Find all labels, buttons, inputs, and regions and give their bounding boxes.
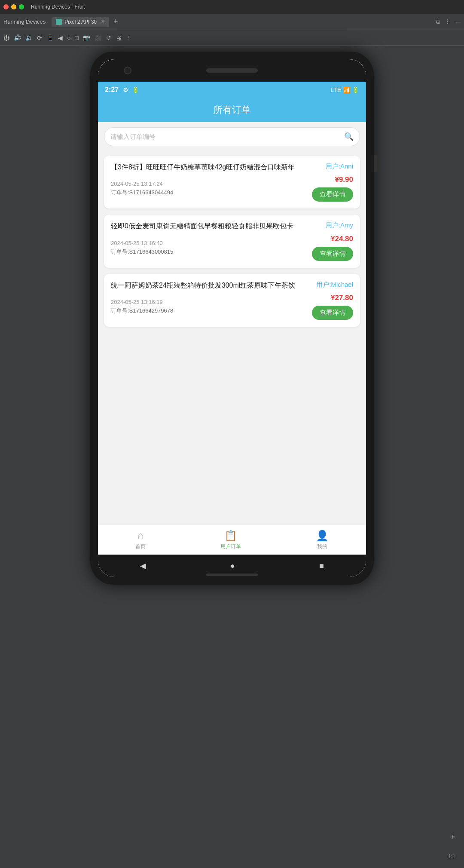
order-2-number: 订单号:S1716643000815 <box>111 248 173 256</box>
minimize-icon[interactable]: — <box>455 18 461 25</box>
order-1-bottom-row: 2024-05-25 13:17:24 订单号:S1716643044494 ¥… <box>111 175 353 202</box>
bottom-nav: ⌂ 首页 📋 用户订单 👤 我的 <box>98 524 366 555</box>
os-recent-button[interactable]: ■ <box>319 561 324 570</box>
order-3-top-row: 统一阿萨姆奶茶24瓶装整箱特价批发300ml红茶原味下午茶饮 用户:Michae… <box>111 281 353 290</box>
phone-screen: 2:27 ⚙ 🔋 LTE 📶 🔋 所有订单 请输入订单编号 <box>98 59 366 577</box>
order-1-title: 【3件8折】旺旺旺仔牛奶糖草莓味42g旺仔奶糖混合口味新年 <box>111 163 321 172</box>
tab-device-icon <box>56 19 62 25</box>
app-header-title: 所有订单 <box>213 104 251 117</box>
speaker <box>206 68 258 73</box>
title-bar: Running Devices - Fruit <box>0 0 464 14</box>
toolbar: ⏻ 🔊 🔉 ⟳ 📱 ◀ ○ □ 📷 🎥 ↺ 🖨 ⋮ <box>0 30 464 46</box>
more-icon[interactable]: ⋮ <box>126 34 132 41</box>
order-2-date: 2024-05-25 13:16:40 <box>111 240 173 246</box>
order-3-user: 用户:Michael <box>316 281 353 289</box>
lte-label: LTE <box>330 86 341 93</box>
home-nav-label: 首页 <box>135 543 146 550</box>
order-1-detail-button[interactable]: 查看详情 <box>312 187 353 202</box>
order-3-title: 统一阿萨姆奶茶24瓶装整箱特价批发300ml红茶原味下午茶饮 <box>111 281 312 290</box>
power-icon[interactable]: ⏻ <box>3 34 9 41</box>
tab-add-button[interactable]: + <box>113 17 118 26</box>
search-bar-container: 请输入订单编号 🔍 <box>98 122 366 151</box>
order-2-meta: 2024-05-25 13:16:40 订单号:S1716643000815 <box>111 240 173 256</box>
back-icon[interactable]: ◀ <box>58 34 63 41</box>
screen-icon[interactable]: 📱 <box>46 34 54 41</box>
window-controls[interactable] <box>3 4 24 9</box>
camera-icon[interactable]: 📷 <box>83 34 90 41</box>
order-3-price: ¥27.80 <box>331 294 353 302</box>
order-2-right: ¥24.80 查看详情 <box>312 235 353 261</box>
tab-pixel2[interactable]: Pixel 2 API 30 ✕ <box>52 17 109 27</box>
overview-icon[interactable]: □ <box>75 34 78 41</box>
video-icon[interactable]: 🎥 <box>95 34 102 41</box>
order-2-bottom-row: 2024-05-25 13:16:40 订单号:S1716643000815 ¥… <box>111 235 353 261</box>
search-icon[interactable]: 🔍 <box>344 132 354 141</box>
os-back-button[interactable]: ◀ <box>140 561 146 570</box>
order-1-top-row: 【3件8折】旺旺旺仔牛奶糖草莓味42g旺仔奶糖混合口味新年 用户:Anni <box>111 163 353 172</box>
orders-nav-icon: 📋 <box>224 530 237 542</box>
orders-nav-label: 用户订单 <box>220 543 241 550</box>
tab-close-icon[interactable]: ✕ <box>101 19 105 25</box>
app-header: 所有订单 <box>98 98 366 122</box>
order-3-detail-button[interactable]: 查看详情 <box>312 306 353 320</box>
home-nav-icon: ⌂ <box>137 530 144 542</box>
running-devices-label: Running Devices <box>3 18 46 25</box>
order-3-number: 订单号:S1716642979678 <box>111 307 173 315</box>
order-1-number: 订单号:S1716643044494 <box>111 189 173 196</box>
phone-bottom-indicator <box>206 574 258 576</box>
order-1-date: 2024-05-25 13:17:24 <box>111 181 173 187</box>
status-icons: ⚙ 🔋 <box>123 86 139 93</box>
volume-down-icon[interactable]: 🔉 <box>25 34 33 41</box>
window-title: Running Devices - Fruit <box>31 4 85 10</box>
order-card-3: 统一阿萨姆奶茶24瓶装整箱特价批发300ml红茶原味下午茶饮 用户:Michae… <box>104 274 360 327</box>
add-device-button[interactable]: + <box>450 832 455 842</box>
refresh-icon[interactable]: ↺ <box>106 34 111 41</box>
order-1-price: ¥9.90 <box>335 175 353 184</box>
order-1-user: 用户:Anni <box>326 163 353 171</box>
zoom-level: 1:1 <box>448 853 455 859</box>
order-card-1: 【3件8折】旺旺旺仔牛奶糖草莓味42g旺仔奶糖混合口味新年 用户:Anni 20… <box>104 156 360 209</box>
home-icon[interactable]: ○ <box>67 34 70 41</box>
settings-status-icon: ⚙ <box>123 86 128 93</box>
order-2-detail-button[interactable]: 查看详情 <box>312 247 353 261</box>
os-home-button[interactable]: ● <box>230 561 235 570</box>
order-3-meta: 2024-05-25 13:16:19 订单号:S1716642979678 <box>111 299 173 315</box>
status-time: 2:27 <box>105 86 119 94</box>
print-icon[interactable]: 🖨 <box>116 34 122 41</box>
status-bar: 2:27 ⚙ 🔋 LTE 📶 🔋 <box>98 82 366 98</box>
order-2-user: 用户:Amy <box>326 221 353 230</box>
order-3-right: ¥27.80 查看详情 <box>312 294 353 320</box>
volume-up-icon[interactable]: 🔊 <box>14 34 21 41</box>
phone-top-bar <box>98 59 366 82</box>
tab-label: Pixel 2 API 30 <box>64 19 97 25</box>
order-1-meta: 2024-05-25 13:17:24 订单号:S1716643044494 <box>111 181 173 196</box>
nav-item-home[interactable]: ⌂ 首页 <box>135 530 146 550</box>
order-3-bottom-row: 2024-05-25 13:16:19 订单号:S1716642979678 ¥… <box>111 294 353 320</box>
front-camera <box>124 67 131 74</box>
order-2-price: ¥24.80 <box>331 235 353 243</box>
orders-list: 【3件8折】旺旺旺仔牛奶糖草莓味42g旺仔奶糖混合口味新年 用户:Anni 20… <box>98 151 366 524</box>
status-right: LTE 📶 🔋 <box>330 86 359 93</box>
phone-wrapper: 2:27 ⚙ 🔋 LTE 📶 🔋 所有订单 请输入订单编号 <box>90 52 374 585</box>
phone-outer: 2:27 ⚙ 🔋 LTE 📶 🔋 所有订单 请输入订单编号 <box>90 52 374 585</box>
restore-icon[interactable]: ⧉ <box>436 18 440 25</box>
signal-bars-icon: 📶 <box>343 86 350 93</box>
order-2-title: 轻即0低全麦司康饼无糖精面包早餐粗粮轻食脂非贝果欧包卡 <box>111 221 321 231</box>
tab-bar-right-controls[interactable]: ⧉ ⋮ — <box>436 18 461 25</box>
order-card-2: 轻即0低全麦司康饼无糖精面包早餐粗粮轻食脂非贝果欧包卡 用户:Amy 2024-… <box>104 215 360 267</box>
nav-item-mine[interactable]: 👤 我的 <box>316 530 329 550</box>
nav-item-orders[interactable]: 📋 用户订单 <box>220 530 241 550</box>
close-button[interactable] <box>3 4 9 9</box>
mine-nav-label: 我的 <box>317 543 327 550</box>
maximize-button[interactable] <box>19 4 24 9</box>
order-2-top-row: 轻即0低全麦司康饼无糖精面包早餐粗粮轻食脂非贝果欧包卡 用户:Amy <box>111 221 353 231</box>
menu-icon[interactable]: ⋮ <box>444 18 450 25</box>
battery-icon: 🔋 <box>352 86 359 93</box>
search-bar[interactable]: 请输入订单编号 🔍 <box>104 127 360 146</box>
minimize-button[interactable] <box>11 4 16 9</box>
volume-side-button[interactable] <box>374 155 377 172</box>
order-1-right: ¥9.90 查看详情 <box>312 175 353 202</box>
rotate-icon[interactable]: ⟳ <box>37 34 42 41</box>
order-3-date: 2024-05-25 13:16:19 <box>111 299 173 305</box>
search-placeholder[interactable]: 请输入订单编号 <box>110 133 344 141</box>
